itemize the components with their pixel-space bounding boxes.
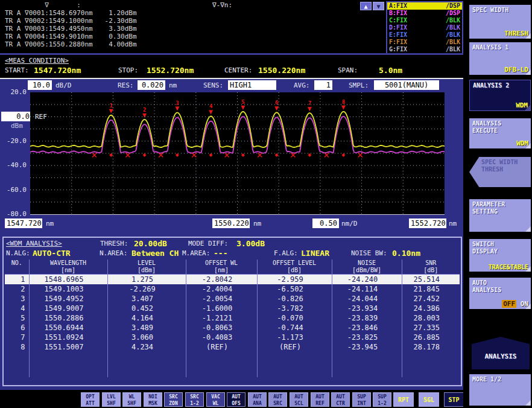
ref-level-field[interactable]: 0.0 [1, 112, 31, 121]
softkey-label: SWITCH [472, 241, 531, 248]
trace-status-b[interactable]: B:FIX/DSP [387, 10, 462, 17]
softkey-analysis-2[interactable]: ANALYSIS 2WDM [469, 80, 531, 111]
noise-bw-value[interactable]: 0.10nm [392, 249, 420, 258]
fn-button-opt-att[interactable]: OPT ATT [81, 392, 100, 407]
marea-value[interactable]: --- [214, 249, 227, 258]
x-div-unit: nm/D [341, 220, 358, 228]
stop-label: STOP: [118, 66, 138, 74]
fn-button-vac-wl[interactable]: VAC WL [206, 392, 225, 407]
scroll-up-icon[interactable]: ▲ [360, 2, 372, 10]
narea-value[interactable]: Between CH [131, 249, 179, 258]
x-left-field[interactable]: 1547.720 [5, 218, 42, 228]
table-row-ch7[interactable]: 71551.09243.060-0.4083-1.173-23.82526.88… [5, 333, 460, 342]
falg-value[interactable]: LINEAR [301, 249, 329, 258]
sens-field[interactable]: HIGH1 [228, 80, 276, 90]
marker-row-2: TR A ∇0002:1549.1000nm -2.30dBm [5, 17, 137, 25]
wdm-table-header: NO. WAVELENGTH[nm]LEVEL[dBm]OFFSET WL[nm… [5, 260, 460, 275]
fn-button-sup-1-2[interactable]: SUP 1-2 [373, 392, 391, 407]
thresh-label: THRESH: [100, 240, 128, 247]
fn-button-aut-ofs[interactable]: AUT OFS [227, 392, 245, 407]
fn-button-aut-src[interactable]: AUT SRC [268, 392, 287, 407]
softkey-switch-display[interactable]: SWITCHDISPLAYTRACE&TABLE [469, 239, 531, 272]
table-cell: 28.003 [402, 313, 460, 323]
start-value[interactable]: 1547.720nm [34, 66, 81, 75]
table-row-ch4[interactable]: 41549.90070.452-1.6000-3.782-23.93424.38… [5, 304, 460, 313]
softkey-label: ANALYSIS 2 [473, 82, 530, 89]
table-cell: -1.173 [257, 333, 332, 342]
span-value[interactable]: 5.0nm [379, 66, 402, 75]
table-row-ch3[interactable]: 31549.49523.407-2.0054-0.826-24.04427.45… [5, 294, 460, 304]
graph-panel: 10.0 dB/D RES: 0.020 nm SENS: HIGH1 AVG:… [0, 79, 463, 390]
sweep-button-rpt[interactable]: RPT [393, 392, 414, 407]
center-label: CENTER: [224, 66, 252, 74]
wdm-results-table: NO. WAVELENGTH[nm]LEVEL[dBm]OFFSET WL[nm… [5, 260, 460, 377]
thresh-value[interactable]: 20.00dB [134, 239, 167, 248]
start-label: START: [5, 66, 29, 74]
trace-id: A:FIX [389, 2, 407, 10]
fn-button-sup-int[interactable]: SUP INT [352, 392, 371, 407]
avg-field[interactable]: 1 [314, 80, 332, 90]
trace-status-c[interactable]: C:FIX/BLK [387, 17, 462, 24]
table-row-ch8[interactable]: 81551.50074.234(REF)(REF)-23.94528.178 [5, 342, 460, 352]
center-value[interactable]: 1550.220nm [258, 66, 305, 75]
trace-status-f[interactable]: F:FIX/BLK [387, 39, 462, 46]
wdm-analysis-title: <WDM ANALYSIS> [6, 240, 62, 247]
db-per-div-field[interactable]: 10.0 [28, 80, 52, 90]
sens-label: SENS: [203, 81, 223, 89]
spectrum-plot: 12345678 [30, 92, 445, 215]
stop-value[interactable]: 1552.720nm [147, 66, 194, 75]
softkey-analysis-1[interactable]: ANALYSIS 1DFB-LD [469, 42, 531, 75]
toggle-on-state[interactable]: ON [521, 300, 528, 308]
fn-button-aut-ctr[interactable]: AUT CTR [331, 392, 350, 407]
fn-button-noi-msk[interactable]: NOI MSK [144, 392, 162, 407]
sweep-button-stp[interactable]: STP [444, 392, 464, 407]
table-cell: 1548.6965 [29, 275, 107, 285]
trace-status-d[interactable]: D:FIX/BLK [387, 24, 462, 31]
softkey-parameter-setting[interactable]: PARAMETERSETTING [469, 199, 531, 232]
sweep-button-sgl[interactable]: SGL [419, 392, 439, 407]
table-cell: -6.502 [257, 284, 332, 294]
table-cell: 3.407 [107, 294, 186, 304]
fn-button-wl-shf[interactable]: WL SHF [122, 392, 141, 407]
table-cell: 6 [5, 323, 29, 333]
table-cell: 0.452 [107, 304, 186, 313]
trace-status-a[interactable]: A:FIX/DSP [387, 2, 462, 10]
table-cell: 8 [5, 342, 29, 352]
table-row-ch2[interactable]: 21549.1003-2.269-2.4004-6.502-24.11421.8… [5, 284, 460, 294]
res-field[interactable]: 0.020 [138, 80, 165, 90]
softkey-auto-analysis[interactable]: AUTOANALYSISOFF ON [469, 278, 531, 309]
softkey-analysis[interactable]: ANALYSIS [472, 337, 530, 369]
toggle-off-state[interactable]: OFF [502, 300, 516, 308]
softkey-spec-width[interactable]: SPEC WIDTHTHRESH [469, 5, 531, 39]
trace-status-e[interactable]: E:FIX/BLK [387, 31, 462, 39]
softkey-label: MORE 1/2 [472, 376, 531, 383]
col-header-no-: NO. [5, 260, 29, 275]
osa-screen: ∇ : TR A ∇0001:1548.6970nm 1.20dBmTR A ∇… [0, 0, 532, 408]
table-cell: 25.514 [402, 275, 460, 285]
x-right-field[interactable]: 1552.720 [409, 218, 446, 228]
scroll-down-icon[interactable]: ▼ [373, 2, 384, 10]
softkey-analysis-execute[interactable]: ANALYSISEXECUTEWDM [469, 118, 531, 148]
mode-diff-value[interactable]: 3.00dB [236, 239, 265, 248]
table-row-ch6[interactable]: 61550.69443.489-0.8063-0.744-23.84627.33… [5, 323, 460, 333]
fn-button-aut-scl[interactable]: AUT SCL [290, 392, 308, 407]
fn-button-src-zon[interactable]: SRC ZON [164, 392, 183, 407]
softkey-label: SPEC WIDTH [481, 159, 531, 166]
wdm-analysis-panel: <WDM ANALYSIS> THRESH: 20.00dB MODE DIFF… [2, 237, 462, 386]
table-row-ch1[interactable]: 11548.69651.275-2.8042-2.959-24.24025.51… [5, 275, 460, 285]
trace-status-g[interactable]: G:FIX/BLK [387, 46, 462, 53]
fn-button-aut-ana[interactable]: AUT ANA [248, 392, 267, 407]
softkey-more-1-2[interactable]: MORE 1/2 [469, 374, 531, 406]
fn-button-src-1-2[interactable]: SRC 1-2 [185, 392, 204, 407]
fn-button-aut-ref[interactable]: AUT REF [311, 392, 329, 407]
table-cell: -3.782 [257, 304, 332, 313]
table-row-ch5[interactable]: 51550.28864.164-1.2121-0.070-23.83928.00… [5, 313, 460, 323]
table-cell: -23.945 [332, 342, 402, 352]
fn-button-lvl-shf[interactable]: LVL SHF [102, 392, 121, 407]
smpl-field[interactable]: 5001(MANU) [374, 80, 439, 90]
table-filler [5, 352, 29, 377]
nalg-value[interactable]: AUTO-CTR [33, 249, 71, 258]
y-tick--60.0: -60.0 [0, 186, 27, 194]
x-div-field[interactable]: 0.50 [312, 218, 339, 228]
x-center-field[interactable]: 1550.220 [212, 218, 250, 228]
